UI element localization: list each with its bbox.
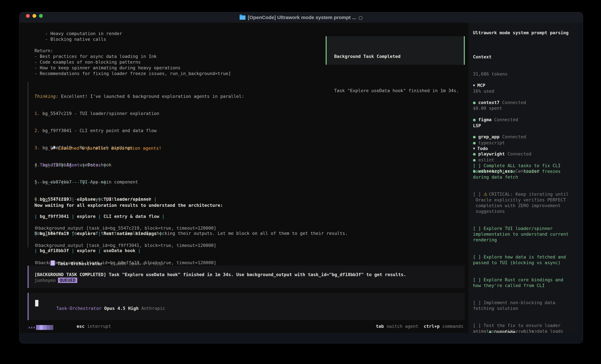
col-header-task-id: Task ID — [37, 163, 61, 167]
terminal-main: - Heavy computation in render - Blocking… — [20, 23, 468, 343]
todo-checkbox[interactable]: [ ] — [473, 300, 484, 305]
username: junhoyeo — [34, 278, 56, 283]
todo-item: [ ] Explore TUI loader/spinner implement… — [473, 226, 579, 243]
session-title: Ultrawork mode system prompt parsing — [473, 30, 579, 36]
gear-icon: ⚙ — [34, 226, 38, 230]
todo-heading: Todo — [477, 146, 488, 151]
input-provider-name: Anthropic — [141, 306, 165, 311]
mcp-heading: MCP — [477, 83, 485, 88]
status-bar: esc interrupt tab switch agent ctrl+p co… — [20, 323, 468, 329]
todo-item: [ ] ⚠ CRITICAL: Keep iterating until Ora… — [473, 191, 579, 214]
table-separator: |---------|-------|-------| — [34, 179, 165, 185]
thinking-label: Thinking: — [34, 94, 58, 99]
todo-item: [ ] Implement non-blocking data fetching… — [473, 300, 579, 311]
todo-checkbox[interactable]: [ ] — [473, 226, 484, 231]
notification-title: Background Task Completed — [334, 54, 464, 59]
window-footer — [20, 333, 583, 343]
circle-icon: ○ — [359, 15, 363, 20]
todo-checkbox[interactable]: [ ] — [473, 192, 484, 197]
lsp-heading: LSP — [473, 123, 579, 128]
sidebar: Ultrawork mode system prompt parsing Con… — [468, 23, 583, 343]
window-title: [OpenCode] Ultrawork mode system prompt … — [248, 15, 356, 20]
todo-item: [ ] Complete ALL tasks to fix CLI loader… — [473, 163, 579, 180]
context-heading: Context — [473, 54, 579, 60]
background-task-notification[interactable]: Background Task Completed Task "Explore … — [326, 36, 465, 65]
input-agent-name[interactable]: Task-Orchestrator — [56, 306, 101, 311]
warning-icon: ⚠ — [484, 192, 489, 197]
waiting-line: Now waiting for all exploration results … — [34, 202, 223, 208]
todo-checkbox[interactable]: [ ] — [473, 163, 484, 168]
status-dot-icon: ● — [473, 100, 476, 105]
agent-icon — [50, 260, 55, 266]
tool-result-text: - Heavy computation in render - Blocking… — [34, 31, 231, 76]
title-bar: [OpenCode] Ultrawork mode system prompt … — [20, 12, 583, 23]
col-header-focus: Focus — [85, 163, 104, 167]
ctrlp-key[interactable]: ctrl+p — [424, 324, 440, 329]
todo-item: [ ] Explore how data is fetched and pass… — [473, 254, 579, 266]
terminal-window: [OpenCode] Ultrawork mode system prompt … — [19, 12, 583, 344]
tab-key[interactable]: tab — [376, 324, 384, 329]
todo-section: ▼ Todo [ ] Complete ALL tasks to fix CLI… — [473, 134, 579, 344]
todo-item: [ ] Explore Rust core bindings and how t… — [473, 277, 579, 288]
input-model-name[interactable]: Opus 4.5 High — [101, 306, 141, 311]
prompt-input-box[interactable]: Task-Orchestrator Opus 4.5 High Anthropi… — [28, 293, 465, 320]
table-row: | bg_5547c219 | explore | TUI loader/spi… — [34, 196, 165, 202]
folder-icon — [240, 15, 245, 20]
completed-message: [BACKGROUND TASK COMPLETED] Task "Explor… — [34, 272, 465, 278]
todo-checkbox[interactable]: [ ] — [473, 277, 484, 282]
chevron-down-icon[interactable]: ▼ — [473, 146, 477, 151]
notification-body: Task "Explore useData hook" finished in … — [334, 88, 464, 94]
rocket-icon — [50, 145, 56, 151]
mcp-item: ● context7 Connected — [473, 100, 579, 105]
chevron-down-icon[interactable]: ▼ — [473, 83, 477, 87]
sidebar-scroll-track[interactable] — [579, 23, 583, 343]
progress-spinner — [29, 325, 53, 330]
completed-task-box: [BACKGROUND TASK COMPLETED] Task "Explor… — [28, 266, 465, 288]
esc-key[interactable]: esc — [77, 324, 85, 329]
agent-model: claude-opus-4-5-high — [111, 261, 164, 266]
queued-badge: QUEUED — [58, 278, 77, 283]
col-header-agent: Agent — [64, 163, 82, 167]
gear-icon: ⚙ — [34, 243, 38, 248]
agent-name: Task-Orchestrator — [58, 261, 103, 266]
todo-checkbox[interactable]: [ ] — [473, 254, 484, 259]
